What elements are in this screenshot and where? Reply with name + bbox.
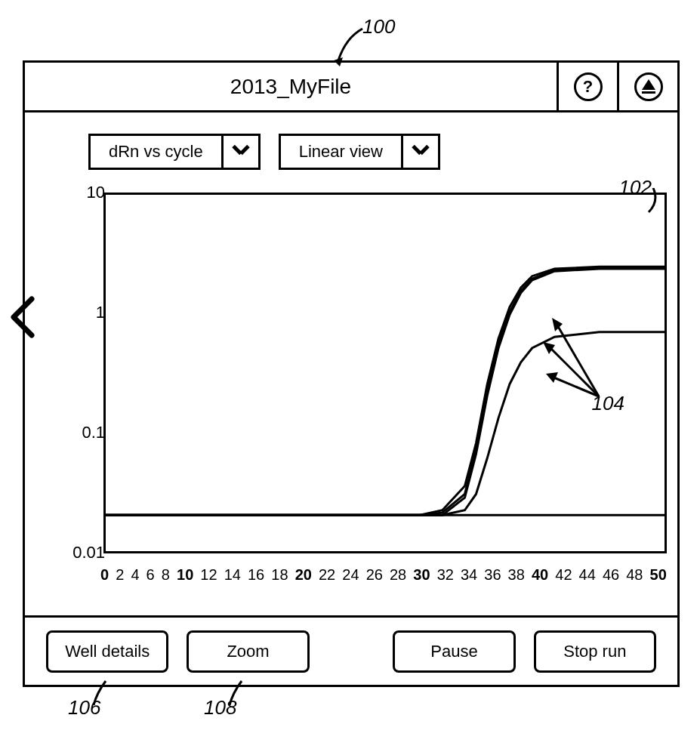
app-window: 2013_MyFile ? dRn vs cycle (23, 60, 680, 687)
chevron-down-icon (403, 136, 438, 168)
plot-type-label: dRn vs cycle (91, 136, 224, 168)
callout-106-leader (92, 680, 122, 710)
eject-button[interactable] (617, 63, 677, 110)
x-tick: 16 (248, 566, 264, 584)
eject-icon (634, 72, 663, 101)
x-tick: 20 (295, 566, 312, 584)
x-axis-ticks: 0246810121416182022242628303234363840424… (100, 566, 667, 584)
x-tick: 28 (390, 566, 406, 584)
x-tick: 18 (271, 566, 288, 584)
pause-button[interactable]: Pause (393, 630, 515, 673)
help-icon: ? (574, 72, 603, 101)
x-tick: 42 (555, 566, 572, 584)
x-tick: 40 (532, 566, 548, 584)
x-tick: 6 (146, 566, 155, 584)
well-details-button[interactable]: Well details (46, 630, 168, 673)
y-tick: 1 (60, 303, 105, 322)
x-tick: 44 (579, 566, 596, 584)
view-type-dropdown[interactable]: Linear view (279, 134, 440, 170)
x-tick: 4 (131, 566, 139, 584)
content-area: dRn vs cycle Linear view 10 1 0.1 0.01 (25, 112, 677, 618)
x-tick: 50 (650, 566, 667, 584)
x-tick: 2 (116, 566, 124, 584)
x-tick: 0 (100, 566, 109, 584)
stop-run-button[interactable]: Stop run (534, 630, 656, 673)
x-tick: 10 (177, 566, 193, 584)
plot-type-dropdown[interactable]: dRn vs cycle (88, 134, 261, 170)
x-tick: 36 (484, 566, 501, 584)
window-title: 2013_MyFile (25, 63, 557, 110)
x-tick: 32 (437, 566, 454, 584)
view-type-label: Linear view (281, 136, 403, 168)
y-tick: 10 (60, 183, 105, 202)
callout-104-arrows (526, 301, 617, 407)
y-tick: 0.1 (60, 423, 105, 442)
chevron-down-icon (224, 136, 258, 168)
x-tick: 14 (224, 566, 241, 584)
help-button[interactable]: ? (557, 63, 617, 110)
x-tick: 26 (366, 566, 383, 584)
x-tick: 8 (162, 566, 170, 584)
titlebar: 2013_MyFile ? (25, 63, 677, 112)
x-tick: 30 (413, 566, 430, 584)
x-tick: 12 (200, 566, 217, 584)
x-tick: 24 (342, 566, 359, 584)
callout-108-leader (228, 680, 258, 710)
dropdown-row: dRn vs cycle Linear view (88, 134, 440, 170)
x-tick: 48 (626, 566, 643, 584)
callout-102-leader (634, 188, 664, 215)
y-tick: 0.01 (60, 543, 105, 562)
x-tick: 46 (603, 566, 619, 584)
x-tick: 34 (461, 566, 477, 584)
zoom-button[interactable]: Zoom (187, 630, 309, 673)
bottom-toolbar: Well details Zoom Pause Stop run (25, 615, 677, 685)
x-tick: 38 (508, 566, 525, 584)
x-tick: 22 (319, 566, 335, 584)
